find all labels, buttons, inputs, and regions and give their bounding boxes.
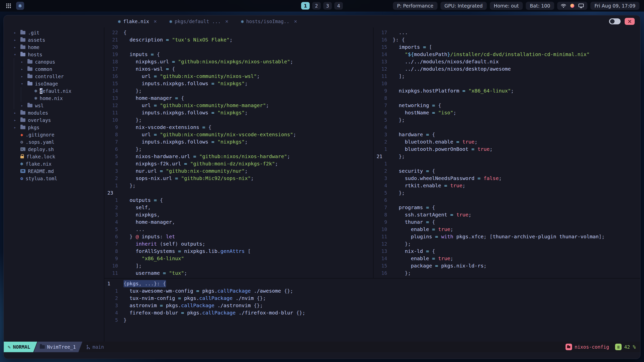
line-number: 13 bbox=[104, 95, 124, 102]
indent-guide bbox=[21, 95, 28, 102]
line-number: 9 bbox=[104, 255, 124, 262]
code-line: 6 } @ inputs: let bbox=[104, 233, 373, 240]
window-close-button[interactable]: × bbox=[625, 18, 635, 25]
folder-open-icon bbox=[20, 53, 25, 56]
status-pill-1[interactable]: GPU: Integrated bbox=[440, 2, 487, 10]
line-number: 1 bbox=[104, 287, 124, 295]
code-text: inputs.nixpkgs.follows = "nixpkgs"; bbox=[124, 109, 248, 116]
line-number: 6 bbox=[104, 146, 124, 153]
git-branch-icon bbox=[86, 345, 90, 349]
code-line: 7 inputs.nixpkgs.follows = "nixpkgs"; bbox=[104, 138, 373, 146]
tree-item-modules[interactable]: ▸modules bbox=[4, 109, 104, 116]
tree-item-stylua.toml[interactable]: ⚙stylua.toml bbox=[4, 175, 104, 182]
code-line: 14 enable = true; bbox=[374, 255, 640, 262]
code-text: url = "github:nix-community/nixos-wsl"; bbox=[124, 73, 260, 80]
tree-item-flake.nix[interactable]: ❄flake.nix bbox=[4, 160, 104, 167]
nix-file-icon: ❄ bbox=[169, 19, 172, 24]
code-text: inputs.nixpkgs.follows = "nixpkgs"; bbox=[124, 138, 248, 146]
code-line: 1 bluetooth.powerOnBoot = true; bbox=[374, 146, 640, 153]
status-pill-0[interactable]: P: Performance bbox=[393, 2, 437, 10]
window-toggle-button[interactable] bbox=[609, 18, 621, 24]
code-text: nixpkgs.hostPlatform = "x86_64-linux"; bbox=[393, 87, 514, 95]
code-text: }; bbox=[124, 146, 142, 153]
tree-item-home[interactable]: ▸home bbox=[4, 43, 104, 51]
tree-item-.git[interactable]: ▸.git bbox=[4, 29, 104, 36]
tree-item-README.md[interactable]: MREADME.md bbox=[4, 167, 104, 175]
code-line: 6 bbox=[374, 197, 640, 204]
apps-grid-icon bbox=[6, 3, 11, 8]
buffer-tab-hosts/isoImag..[interactable]: ❄hosts/isoImag..× bbox=[237, 15, 301, 27]
line-number: 16 bbox=[104, 73, 124, 80]
editor-pane-iso[interactable]: 17 ...16}: {15 imports = [14 "${modulesP… bbox=[374, 27, 640, 278]
git-branch[interactable]: main bbox=[82, 342, 104, 352]
editor-pane-pkgs[interactable]: 1{pkgs, ...}: {1 tux-awesome-wm-config =… bbox=[104, 279, 640, 342]
code-line: 10 enable = true; bbox=[374, 226, 640, 233]
mode-label: NORMAL bbox=[13, 344, 30, 350]
indent-guide bbox=[14, 87, 21, 95]
command-line[interactable] bbox=[4, 352, 640, 359]
line-number: 3 bbox=[104, 211, 124, 218]
line-number: 8 bbox=[374, 95, 393, 102]
line-number: 6 bbox=[104, 233, 124, 240]
tree-item-assets[interactable]: ▸assets bbox=[4, 36, 104, 43]
line-number: 5 bbox=[104, 316, 124, 324]
tree-item-wsl[interactable]: ▸wsl bbox=[4, 102, 104, 109]
line-number: 4 bbox=[374, 182, 393, 189]
code-line: 4 firefox-mod-blur = pkgs.callPackage ./… bbox=[104, 309, 640, 316]
tree-item-.sops.yaml[interactable]: ⚙.sops.yaml bbox=[4, 138, 104, 146]
code-line: 11 inputs.nixpkgs.follows = "nixpkgs"; bbox=[104, 109, 373, 116]
tree-item-label: hosts bbox=[28, 52, 42, 57]
tree-item-deploy.sh[interactable]: >_deploy.sh bbox=[4, 146, 104, 153]
status-pill-3[interactable]: Bat: 100 bbox=[526, 2, 554, 10]
app-launcher-button[interactable] bbox=[5, 2, 13, 10]
code-line: 1{pkgs, ...}: { bbox=[104, 280, 640, 287]
code-text: firefox-mod-blur = pkgs.callPackage ./fi… bbox=[124, 309, 305, 316]
tree-item-overlays[interactable]: ▸overlays bbox=[4, 116, 104, 124]
chevron-right-icon: ▸ bbox=[21, 67, 27, 71]
editor-pane-flake[interactable]: 22{21 description = "tux's NixOS Flake";… bbox=[104, 27, 374, 278]
buffer-tab-flake.nix[interactable]: ❄flake.nix× bbox=[114, 15, 160, 27]
tree-item-hosts[interactable]: ▾hosts bbox=[4, 51, 104, 58]
tree-item-.gitignore[interactable]: ◆.gitignore bbox=[4, 131, 104, 138]
line-number: 1 bbox=[104, 197, 124, 204]
tree-item-label: README.md bbox=[28, 168, 54, 174]
tree-item-home.nix[interactable]: ❄home.nix bbox=[4, 95, 104, 102]
tree-item-flake.lock[interactable]: flake.lock bbox=[4, 153, 104, 160]
line-number: 23 bbox=[104, 189, 124, 197]
tree-item-label: deploy.sh bbox=[28, 147, 54, 152]
workspace-4[interactable]: 4 bbox=[334, 2, 343, 10]
status-pills: P: PerformanceGPU: IntegratedHome: outBa… bbox=[393, 2, 554, 10]
tree-item-canopus[interactable]: ▸canopus bbox=[4, 58, 104, 65]
code-line: 7 inherit (self) outputs; bbox=[104, 240, 373, 248]
code-text: } @ inputs: let bbox=[124, 233, 175, 240]
nix-logo-icon[interactable]: ❄ bbox=[16, 2, 24, 10]
folder-icon bbox=[27, 104, 32, 107]
tree-item-label: overlays bbox=[28, 117, 51, 123]
line-number: 15 bbox=[374, 262, 393, 269]
code-text: ../../modules/nixos/default.nix bbox=[393, 58, 499, 65]
file-tree[interactable]: ▸.git▸assets▸home▾hosts▸canopus▸common▸c… bbox=[4, 27, 104, 342]
workspace-3[interactable]: 3 bbox=[323, 2, 332, 10]
code-line: 1 outputs = { bbox=[104, 197, 373, 204]
tree-item-isoImage[interactable]: ▾isoImage bbox=[4, 80, 104, 87]
workspace-2[interactable]: 2 bbox=[312, 2, 321, 10]
clock[interactable]: Fri Aug 09, 17:09 bbox=[590, 2, 639, 10]
tab-close-icon[interactable]: × bbox=[225, 18, 228, 24]
code-text: ../../modules/nixos/desktop/awesome bbox=[393, 65, 511, 73]
workspace-1[interactable]: 1 bbox=[301, 2, 310, 10]
buffer-tab-pkgs/default ...[interactable]: ❄pkgs/default ...× bbox=[166, 15, 232, 27]
tree-item-common[interactable]: ▸common bbox=[4, 65, 104, 73]
tab-close-icon[interactable]: × bbox=[294, 18, 297, 24]
code-line: 1 }; bbox=[104, 182, 373, 189]
tray-pill[interactable] bbox=[557, 2, 587, 10]
tab-close-icon[interactable]: × bbox=[154, 18, 157, 24]
code-text: }; bbox=[393, 153, 405, 160]
tree-item-controller[interactable]: ▸controller bbox=[4, 73, 104, 80]
tree-item-pkgs[interactable]: ▸pkgs bbox=[4, 124, 104, 131]
code-text: { bbox=[124, 29, 127, 36]
status-pill-2[interactable]: Home: out bbox=[490, 2, 523, 10]
tree-item-default.nix[interactable]: ❄default.nix bbox=[4, 87, 104, 95]
code-text: ssh.startAgent = true; bbox=[393, 211, 471, 218]
line-number: 14 bbox=[104, 87, 124, 95]
code-text: astronvim = pkgs.callPackage ./astronvim… bbox=[124, 302, 263, 309]
